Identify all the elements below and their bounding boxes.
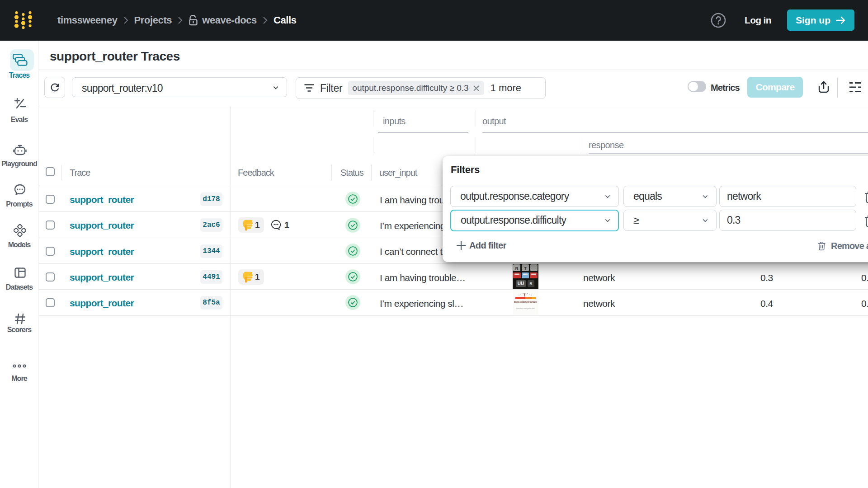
- svg-text:T: T: [524, 266, 527, 271]
- svg-text:R: R: [515, 266, 519, 271]
- svg-text:R: R: [529, 282, 533, 286]
- svg-text:Snelp ondenew werden: Snelp ondenew werden: [514, 301, 537, 303]
- svg-text:Vooruitlijk acting naar elan: Vooruitlijk acting naar elan: [516, 308, 535, 310]
- svg-text:UU: UU: [518, 281, 524, 286]
